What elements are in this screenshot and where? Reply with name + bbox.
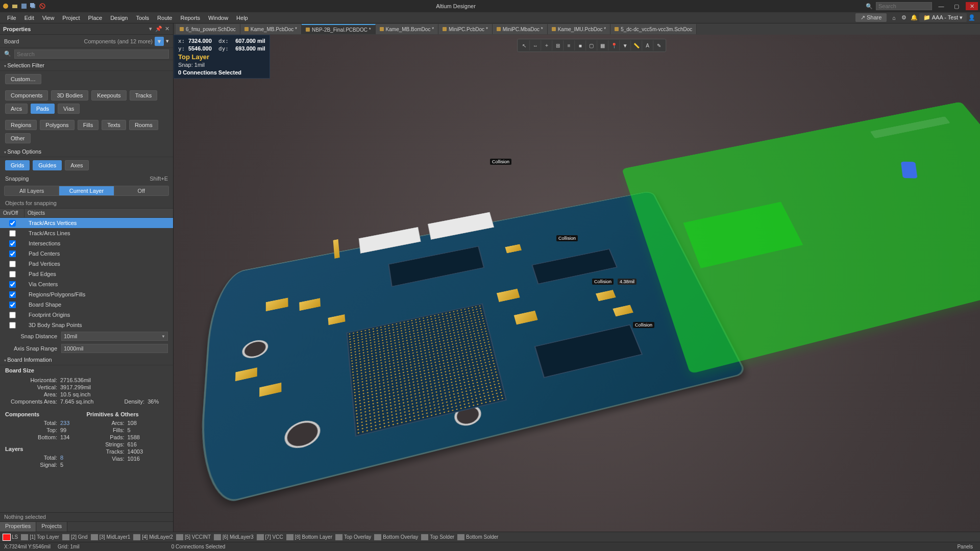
- document-tab[interactable]: 6_fmu_power.SchDoc: [176, 24, 240, 34]
- user-icon[interactable]: 👤: [968, 14, 976, 22]
- open-icon[interactable]: [11, 3, 18, 10]
- tool-grid-icon[interactable]: ▦: [597, 40, 608, 51]
- snap-checkbox[interactable]: [9, 312, 16, 318]
- home-icon[interactable]: ⌂: [890, 14, 898, 22]
- filter-pads-button[interactable]: Pads: [31, 104, 55, 114]
- panel-close-icon[interactable]: ✕: [164, 26, 170, 32]
- snap-grids-button[interactable]: Grids: [5, 160, 30, 170]
- components-summary[interactable]: Components (and 12 more): [84, 38, 153, 44]
- document-tab[interactable]: Kame_IMU.PcbDoc *: [548, 24, 610, 34]
- menu-view[interactable]: View: [38, 14, 59, 22]
- snap-item[interactable]: Pad Edges: [0, 269, 173, 279]
- menu-window[interactable]: Window: [204, 14, 232, 22]
- minimize-button[interactable]: —: [935, 2, 947, 10]
- section-selection-filter[interactable]: Selection Filter: [0, 60, 173, 71]
- filter-other-button[interactable]: Other: [5, 133, 31, 143]
- snap-checkbox[interactable]: [9, 251, 16, 257]
- snap-checkbox[interactable]: [9, 281, 16, 288]
- snap-seg-all-layers[interactable]: All Layers: [5, 186, 59, 195]
- menu-project[interactable]: Project: [58, 14, 84, 22]
- layer-tab[interactable]: Bottom Overlay: [374, 534, 418, 540]
- snap-axes-button[interactable]: Axes: [65, 160, 88, 170]
- save-icon[interactable]: [20, 3, 28, 10]
- tool-align-icon[interactable]: ≡: [564, 40, 575, 51]
- document-tab[interactable]: MiniPC.MbaDoc *: [493, 24, 548, 34]
- snap-item[interactable]: Regions/Polygons/Fills: [0, 289, 173, 299]
- filter-texts-button[interactable]: Texts: [102, 120, 126, 130]
- layer-tab[interactable]: [4] MidLayer2: [133, 534, 173, 540]
- layer-tab[interactable]: [8] Bottom Layer: [286, 534, 332, 540]
- panel-pin-icon[interactable]: 📌: [156, 26, 162, 32]
- layer-tab[interactable]: LS: [3, 534, 18, 540]
- filter-rooms-button[interactable]: Rooms: [129, 120, 158, 130]
- tab-projects[interactable]: Projects: [36, 522, 67, 532]
- tool-select-icon[interactable]: ↖: [519, 40, 530, 51]
- layer-tab[interactable]: [3] MidLayer1: [91, 534, 131, 540]
- section-board-information[interactable]: Board Information: [0, 355, 173, 365]
- layer-tab[interactable]: [1] Top Layer: [21, 534, 59, 540]
- document-tab[interactable]: MiniPC.PcbDoc *: [438, 24, 493, 34]
- filter-arcs-button[interactable]: Arcs: [5, 104, 28, 114]
- tool-ruler-icon[interactable]: 📏: [631, 40, 642, 51]
- notifications-icon[interactable]: 🔔: [910, 14, 918, 22]
- tool-add-icon[interactable]: ＋: [541, 40, 552, 51]
- tool-text-icon[interactable]: A: [642, 40, 653, 51]
- document-tab[interactable]: 5_dc-dc_vcc5m-vcc3m.SchDoc: [610, 24, 697, 34]
- snap-item[interactable]: Track/Arcs Lines: [0, 228, 173, 238]
- filter-regions-button[interactable]: Regions: [5, 120, 37, 130]
- menu-reports[interactable]: Reports: [176, 14, 204, 22]
- filter-fills-button[interactable]: Fills: [78, 120, 99, 130]
- axis-snap-range-input[interactable]: [61, 344, 168, 353]
- snap-checkbox[interactable]: [9, 302, 16, 308]
- filter-keepouts-button[interactable]: Keepouts: [91, 90, 126, 101]
- section-snap-options[interactable]: Snap Options: [0, 146, 173, 157]
- workspace-folder[interactable]: 📁 AAA - Test ▾: [919, 13, 967, 22]
- properties-search-input[interactable]: [14, 49, 169, 59]
- gear-icon[interactable]: ⚙: [900, 14, 908, 22]
- snap-item[interactable]: Board Shape: [0, 299, 173, 310]
- snap-checkbox[interactable]: [9, 261, 16, 267]
- snap-item[interactable]: Footprint Origins: [0, 310, 173, 320]
- snap-checkbox[interactable]: [9, 291, 16, 298]
- menu-help[interactable]: Help: [232, 14, 252, 22]
- layer-tab[interactable]: [5] VCCINT: [176, 534, 211, 540]
- snap-checkbox[interactable]: [9, 230, 16, 237]
- layer-tab[interactable]: Top Overlay: [335, 534, 371, 540]
- undo-icon[interactable]: [39, 3, 46, 10]
- snap-checkbox[interactable]: [9, 220, 16, 227]
- snap-checkbox[interactable]: [9, 271, 16, 278]
- tool-fill-icon[interactable]: ■: [575, 40, 586, 51]
- filter-tracks-button[interactable]: Tracks: [130, 90, 158, 101]
- filter-components-button[interactable]: Components: [5, 90, 48, 101]
- snap-item[interactable]: Track/Arcs Vertices: [0, 218, 173, 228]
- expand-icon[interactable]: ▾: [166, 38, 169, 44]
- filter-3d-bodies-button[interactable]: 3D Bodies: [51, 90, 88, 101]
- tool-wand-icon[interactable]: ✎: [653, 40, 665, 51]
- layer-tab[interactable]: Bottom Solder: [457, 534, 498, 540]
- document-tab[interactable]: NBP-2B_Final.PCBDOC *: [302, 24, 376, 34]
- menu-file[interactable]: File: [3, 14, 20, 22]
- menu-tools[interactable]: Tools: [132, 14, 153, 22]
- snap-item[interactable]: Intersections: [0, 238, 173, 248]
- tool-snap-icon[interactable]: ⊞: [552, 40, 564, 51]
- snap-item[interactable]: Pad Vertices: [0, 259, 173, 269]
- panel-dropdown-icon[interactable]: ▾: [148, 26, 154, 32]
- menu-route[interactable]: Route: [153, 14, 176, 22]
- snap-checkbox[interactable]: [9, 240, 16, 247]
- snap-item[interactable]: Via Centers: [0, 279, 173, 289]
- menu-design[interactable]: Design: [106, 14, 132, 22]
- maximize-button[interactable]: ▢: [950, 2, 963, 10]
- layer-tab[interactable]: [6] MidLayer3: [214, 534, 254, 540]
- share-button[interactable]: ↗ Share: [855, 13, 887, 22]
- filter-polygons-button[interactable]: Polygons: [40, 120, 74, 130]
- tab-properties[interactable]: Properties: [0, 522, 36, 532]
- layer-tab[interactable]: [2] Gnd: [62, 534, 88, 540]
- snap-checkbox[interactable]: [9, 322, 16, 329]
- snap-seg-off[interactable]: Off: [114, 186, 168, 195]
- tool-move-icon[interactable]: ↔: [530, 40, 541, 51]
- filter-vias-button[interactable]: Vias: [58, 104, 80, 114]
- save-all-icon[interactable]: [30, 3, 37, 10]
- close-button[interactable]: ✕: [966, 2, 978, 10]
- filter-custom-button[interactable]: Custom…: [5, 74, 41, 84]
- snap-distance-combo[interactable]: 10mil▼: [61, 332, 168, 341]
